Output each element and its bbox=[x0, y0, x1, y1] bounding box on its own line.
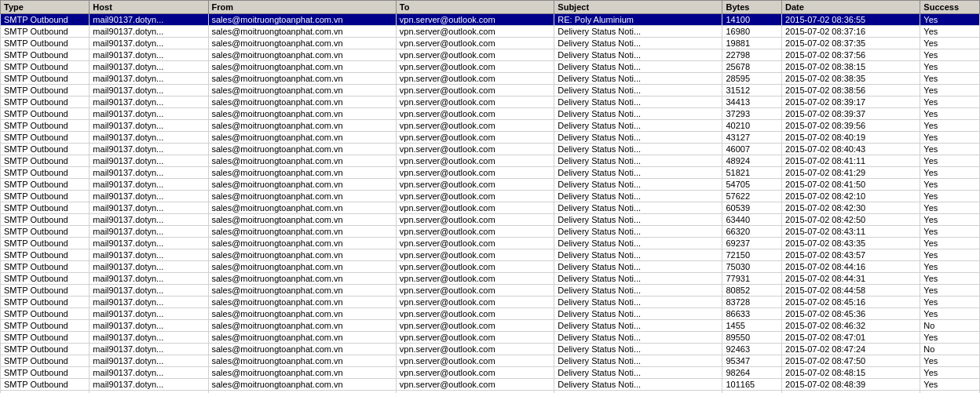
cell-subject: Delivery Status Noti... bbox=[554, 26, 722, 38]
cell-from: sales@moitruongtoanphat.com.vn bbox=[208, 73, 396, 85]
table-row[interactable]: SMTP Outboundmail90137.dotyn...sales@moi… bbox=[1, 320, 980, 332]
table-row[interactable]: SMTP Outboundmail90137.dotyn...sales@moi… bbox=[1, 391, 980, 394]
cell-bytes: 19881 bbox=[722, 38, 782, 49]
table-row[interactable]: SMTP Outboundmail90137.dotyn...sales@moi… bbox=[1, 261, 980, 273]
cell-success: Yes bbox=[920, 85, 980, 96]
cell-subject: Delivery Status Noti... bbox=[554, 38, 722, 49]
cell-bytes: 25678 bbox=[722, 61, 782, 73]
table-row[interactable]: SMTP Outboundmail90137.dotyn...sales@moi… bbox=[1, 61, 980, 73]
table-row[interactable]: SMTP Outboundmail90137.dotyn...sales@moi… bbox=[1, 249, 980, 261]
cell-success: Yes bbox=[920, 120, 980, 132]
cell-type: SMTP Outbound bbox=[1, 297, 90, 308]
table-row[interactable]: SMTP Outboundmail90137.dotyn...sales@moi… bbox=[1, 38, 980, 49]
cell-bytes: 69237 bbox=[722, 238, 782, 249]
table-row[interactable]: SMTP Outboundmail90137.dotyn...sales@moi… bbox=[1, 155, 980, 167]
table-row[interactable]: SMTP Outboundmail90137.dotyn...sales@moi… bbox=[1, 226, 980, 238]
cell-type: SMTP Outbound bbox=[1, 73, 90, 85]
cell-host: mail90137.dotyn... bbox=[90, 308, 208, 320]
cell-success: Yes bbox=[920, 226, 980, 238]
cell-bytes: 89550 bbox=[722, 332, 782, 344]
cell-bytes: 40210 bbox=[722, 120, 782, 132]
table-row[interactable]: SMTP Outboundmail90137.dotyn...sales@moi… bbox=[1, 285, 980, 297]
col-header-to[interactable]: To bbox=[396, 1, 554, 14]
cell-to: vpn.server@outlook.com bbox=[396, 226, 554, 238]
cell-subject: Delivery Status Noti... bbox=[554, 167, 722, 179]
cell-host: mail90137.dotyn... bbox=[90, 379, 208, 391]
col-header-subject[interactable]: Subject bbox=[554, 1, 722, 14]
table-row[interactable]: SMTP Outboundmail90137.dotyn...sales@moi… bbox=[1, 214, 980, 226]
cell-date: 2015-07-02 08:40:19 bbox=[782, 132, 920, 144]
cell-subject: Delivery Status Noti... bbox=[554, 191, 722, 202]
cell-bytes: 22798 bbox=[722, 49, 782, 61]
cell-from: sales@moitruongtoanphat.com.vn bbox=[208, 308, 396, 320]
table-row[interactable]: SMTP Outboundmail90137.dotyn...sales@moi… bbox=[1, 238, 980, 249]
cell-type: SMTP Outbound bbox=[1, 26, 90, 38]
table-row[interactable]: SMTP Outboundmail90137.dotyn...sales@moi… bbox=[1, 167, 980, 179]
cell-host: mail90137.dotyn... bbox=[90, 167, 208, 179]
table-row[interactable]: SMTP Outboundmail90137.dotyn...sales@moi… bbox=[1, 108, 980, 120]
cell-date: 2015-07-02 08:48:39 bbox=[782, 379, 920, 391]
table-row[interactable]: SMTP Outboundmail90137.dotyn...sales@moi… bbox=[1, 85, 980, 96]
cell-type: SMTP Outbound bbox=[1, 355, 90, 367]
table-row[interactable]: SMTP Outboundmail90137.dotyn...sales@moi… bbox=[1, 120, 980, 132]
cell-success: Yes bbox=[920, 379, 980, 391]
cell-host: mail90137.dotyn... bbox=[90, 155, 208, 167]
col-header-bytes[interactable]: Bytes bbox=[722, 1, 782, 14]
cell-bytes: 75030 bbox=[722, 261, 782, 273]
cell-host: mail90137.dotyn... bbox=[90, 367, 208, 379]
col-header-date[interactable]: Date bbox=[782, 1, 920, 14]
table-row[interactable]: SMTP Outboundmail90137.dotyn...sales@moi… bbox=[1, 332, 980, 344]
table-row[interactable]: SMTP Outboundmail90137.dotyn...sales@moi… bbox=[1, 132, 980, 144]
cell-success: Yes bbox=[920, 132, 980, 144]
cell-bytes: 14100 bbox=[722, 14, 782, 26]
table-row[interactable]: SMTP Outboundmail90137.dotyn...sales@moi… bbox=[1, 96, 980, 108]
cell-bytes: 34413 bbox=[722, 96, 782, 108]
table-row[interactable]: SMTP Outboundmail90137.dotyn...sales@moi… bbox=[1, 297, 980, 308]
table-row[interactable]: SMTP Outboundmail90137.dotyn...sales@moi… bbox=[1, 191, 980, 202]
cell-bytes: 57622 bbox=[722, 191, 782, 202]
table-row[interactable]: SMTP Outboundmail90137.dotyn...sales@moi… bbox=[1, 26, 980, 38]
cell-from: sales@moitruongtoanphat.com.vn bbox=[208, 297, 396, 308]
table-row[interactable]: SMTP Outboundmail90137.dotyn...sales@moi… bbox=[1, 14, 980, 26]
table-row[interactable]: SMTP Outboundmail90137.dotyn...sales@moi… bbox=[1, 355, 980, 367]
cell-to: vpn.server@outlook.com bbox=[396, 73, 554, 85]
cell-type: SMTP Outbound bbox=[1, 85, 90, 96]
table-row[interactable]: SMTP Outboundmail90137.dotyn...sales@moi… bbox=[1, 344, 980, 355]
cell-host: mail90137.dotyn... bbox=[90, 26, 208, 38]
cell-subject: Delivery Status Noti... bbox=[554, 202, 722, 214]
table-row[interactable]: SMTP Outboundmail90137.dotyn...sales@moi… bbox=[1, 273, 980, 285]
table-row[interactable]: SMTP Outboundmail90137.dotyn...sales@moi… bbox=[1, 49, 980, 61]
cell-subject: Delivery Status Noti... bbox=[554, 285, 722, 297]
cell-host: mail90137.dotyn... bbox=[90, 214, 208, 226]
cell-from: sales@moitruongtoanphat.com.vn bbox=[208, 202, 396, 214]
table-row[interactable]: SMTP Outboundmail90137.dotyn...sales@moi… bbox=[1, 202, 980, 214]
table-row[interactable]: SMTP Outboundmail90137.dotyn...sales@moi… bbox=[1, 367, 980, 379]
table-row[interactable]: SMTP Outboundmail90137.dotyn...sales@moi… bbox=[1, 308, 980, 320]
cell-type: SMTP Outbound bbox=[1, 332, 90, 344]
cell-date: 2015-07-02 08:39:17 bbox=[782, 96, 920, 108]
col-header-success[interactable]: Success bbox=[920, 1, 980, 14]
cell-host: mail90137.dotyn... bbox=[90, 238, 208, 249]
cell-bytes: 48924 bbox=[722, 155, 782, 167]
cell-host: mail90137.dotyn... bbox=[90, 355, 208, 367]
table-row[interactable]: SMTP Outboundmail90137.dotyn...sales@moi… bbox=[1, 73, 980, 85]
cell-from: sales@moitruongtoanphat.com.vn bbox=[208, 120, 396, 132]
col-header-from[interactable]: From bbox=[208, 1, 396, 14]
cell-from: sales@moitruongtoanphat.com.vn bbox=[208, 144, 396, 155]
table-row[interactable]: SMTP Outboundmail90137.dotyn...sales@moi… bbox=[1, 379, 980, 391]
table-row[interactable]: SMTP Outboundmail90137.dotyn...sales@moi… bbox=[1, 179, 980, 191]
cell-host: mail90137.dotyn... bbox=[90, 38, 208, 49]
cell-subject: Delivery Status Noti... bbox=[554, 379, 722, 391]
cell-bytes: 63440 bbox=[722, 214, 782, 226]
cell-type: SMTP Outbound bbox=[1, 249, 90, 261]
cell-type: SMTP Outbound bbox=[1, 214, 90, 226]
col-header-host[interactable]: Host bbox=[90, 1, 208, 14]
cell-date: 2015-07-02 08:42:50 bbox=[782, 214, 920, 226]
table-row[interactable]: SMTP Outboundmail90137.dotyn...sales@moi… bbox=[1, 144, 980, 155]
cell-to: vpn.server@outlook.com bbox=[396, 214, 554, 226]
cell-date: 2015-07-02 08:46:32 bbox=[782, 320, 920, 332]
email-log-table[interactable]: Type Host From To Subject Bytes Date Suc… bbox=[0, 0, 980, 393]
cell-success: Yes bbox=[920, 308, 980, 320]
col-header-type[interactable]: Type bbox=[1, 1, 90, 14]
cell-subject: Delivery Status Noti... bbox=[554, 297, 722, 308]
